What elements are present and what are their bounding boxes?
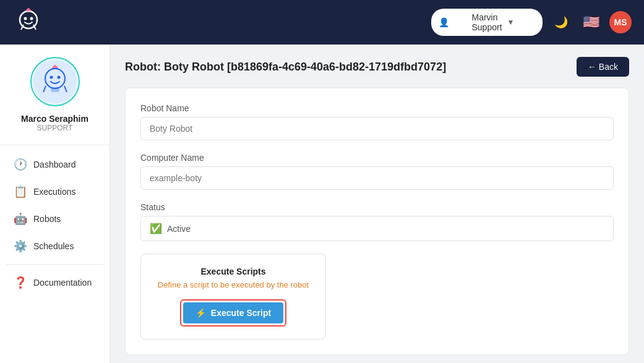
chevron-down-icon: ▼ <box>507 18 535 27</box>
sidebar-item-executions[interactable]: 📋 Executions <box>6 179 103 205</box>
page-header: Robot: Boty Robot [b81869fa-4c69-40a6-bd… <box>125 57 629 77</box>
svg-point-3 <box>30 17 33 20</box>
sidebar-nav: 🕐 Dashboard 📋 Executions 🤖 Robots ⚙️ Sch… <box>0 152 109 297</box>
sidebar-user-name: Marco Seraphim <box>21 114 88 124</box>
executions-icon: 📋 <box>14 185 27 199</box>
svg-point-12 <box>49 76 53 79</box>
sidebar-divider-2 <box>6 264 103 265</box>
logo <box>12 6 45 38</box>
execute-scripts-description: Define a script to be executed by the ro… <box>158 280 309 289</box>
language-selector[interactable]: 🇺🇸 <box>580 11 602 33</box>
header: 👤 Marvin Support ▼ 🌙 🇺🇸 MS <box>0 0 644 45</box>
computer-name-input[interactable] <box>140 166 614 190</box>
status-label: Status <box>140 202 614 212</box>
robot-form-card: Robot Name Computer Name Status ✅ Active… <box>125 88 629 355</box>
sidebar-item-robots[interactable]: 🤖 Robots <box>6 206 103 232</box>
avatar <box>30 57 80 106</box>
sidebar-item-label: Documentation <box>33 278 92 288</box>
status-display: ✅ Active <box>140 216 614 241</box>
sidebar-item-label: Robots <box>33 214 61 224</box>
execute-scripts-title: Execute Scripts <box>200 267 265 276</box>
robot-name-label: Robot Name <box>140 103 614 113</box>
svg-rect-7 <box>26 9 31 11</box>
layout: Marco Seraphim SUPPORT 🕐 Dashboard 📋 Exe… <box>0 45 644 363</box>
sidebar-item-label: Dashboard <box>33 160 76 169</box>
main-content: Robot: Boty Robot [b81869fa-4c69-40a6-bd… <box>110 45 644 363</box>
execute-icon: ⚡ <box>195 308 206 318</box>
page-title: Robot: Boty Robot [b81869fa-4c69-40a6-bd… <box>125 61 446 74</box>
schedules-icon: ⚙️ <box>14 239 27 253</box>
sidebar-divider <box>0 145 109 145</box>
computer-name-field: Computer Name <box>140 153 614 190</box>
dark-mode-toggle[interactable]: 🌙 <box>550 11 572 33</box>
header-right: 👤 Marvin Support ▼ 🌙 🇺🇸 MS <box>431 9 632 36</box>
documentation-icon: ❓ <box>14 276 27 289</box>
svg-rect-17 <box>53 66 58 68</box>
user-avatar[interactable]: MS <box>609 11 632 33</box>
robots-icon: 🤖 <box>14 212 27 226</box>
person-icon: 👤 <box>439 17 466 27</box>
status-check-icon: ✅ <box>150 223 162 234</box>
robot-name-input[interactable] <box>140 117 614 140</box>
sidebar: Marco Seraphim SUPPORT 🕐 Dashboard 📋 Exe… <box>0 45 110 363</box>
sidebar-item-schedules[interactable]: ⚙️ Schedules <box>6 233 103 259</box>
moon-icon: 🌙 <box>554 15 568 29</box>
execute-btn-wrapper: ⚡ Execute Script <box>180 299 286 327</box>
back-button[interactable]: ← Back <box>577 57 629 77</box>
sidebar-item-dashboard[interactable]: 🕐 Dashboard <box>6 152 103 177</box>
robot-name-field: Robot Name <box>140 103 614 140</box>
execute-scripts-card: Execute Scripts Define a script to be ex… <box>140 254 326 340</box>
execute-script-button[interactable]: ⚡ Execute Script <box>183 302 283 323</box>
workspace-name: Marvin Support <box>471 12 502 32</box>
svg-point-2 <box>24 17 27 20</box>
status-value: Active <box>167 224 191 234</box>
sidebar-item-label: Schedules <box>33 241 74 251</box>
computer-name-label: Computer Name <box>140 153 614 163</box>
sidebar-user-role: SUPPORT <box>37 124 73 132</box>
workspace-selector[interactable]: 👤 Marvin Support ▼ <box>431 9 543 36</box>
sidebar-item-documentation[interactable]: ❓ Documentation <box>6 270 103 296</box>
svg-rect-20 <box>51 87 59 92</box>
status-field: Status ✅ Active <box>140 202 614 241</box>
dashboard-icon: 🕐 <box>14 158 27 171</box>
sidebar-item-label: Executions <box>33 187 75 197</box>
svg-point-13 <box>57 76 60 79</box>
